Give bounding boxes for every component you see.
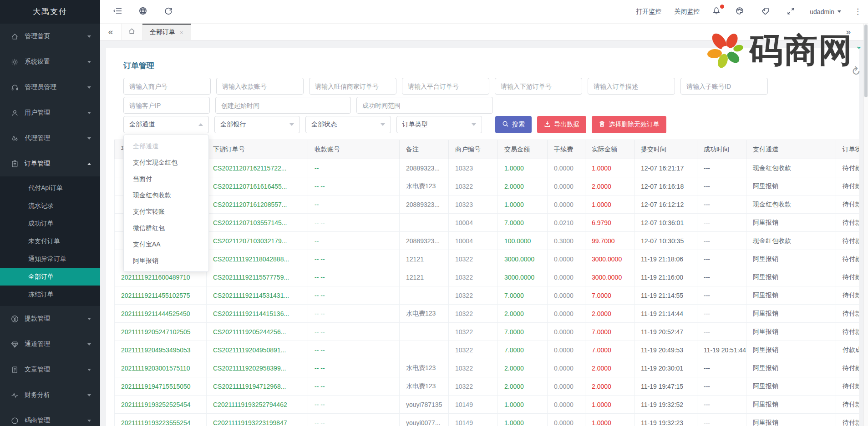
table-cell: 0.0000: [548, 177, 585, 195]
sidebar-item-agent-management[interactable]: 代理管理: [0, 125, 100, 151]
table-row: CS20211207162115722...--20889323...10323…: [115, 159, 859, 177]
search-button[interactable]: 搜索: [495, 116, 532, 133]
table-cell: 11-19 20:52:47: [635, 323, 697, 341]
table-cell: 待付款: [836, 268, 859, 286]
username: udadmin: [810, 8, 834, 15]
dropdown-option[interactable]: 阿里报销: [124, 252, 208, 269]
sidebar-subitem[interactable]: 冻结订单: [0, 286, 100, 303]
dropdown-option[interactable]: 全部通道: [124, 138, 208, 154]
sidebar-item-merchant-management[interactable]: 码商管理: [0, 408, 100, 426]
client-ip-input[interactable]: [123, 97, 210, 114]
sub-account-id-input[interactable]: [680, 78, 768, 95]
tag-icon: [761, 7, 769, 16]
bank-select[interactable]: 全部银行: [214, 116, 300, 133]
sidebar-item-label: 代理管理: [25, 134, 87, 142]
success-time-range-input[interactable]: [356, 97, 493, 114]
dropdown-option[interactable]: 现金红包收款: [124, 187, 208, 203]
home-tab[interactable]: [121, 24, 142, 40]
dropdown-option[interactable]: 当面付: [124, 170, 208, 187]
circle-icon: [11, 417, 19, 425]
table-cell: 11-19 21:14:55: [635, 286, 697, 305]
sidebar-subitem[interactable]: 流水记录: [0, 197, 100, 215]
table-row: CS20211207103032179...--20889323...10004…: [115, 232, 859, 250]
table-cell: 待付款: [836, 214, 859, 232]
collapse-tabs-button[interactable]: «: [100, 24, 121, 40]
table-row: 20211119211444525450CS202111192114415136…: [115, 305, 859, 323]
export-data-button[interactable]: 导出数据: [537, 116, 586, 133]
language-button[interactable]: [137, 5, 149, 18]
chevron-up-icon: [198, 123, 203, 126]
sidebar-item-channel-management[interactable]: 通道管理: [0, 331, 100, 357]
filter-row-3: 全部通道 全部银行 全部状态 订单类型 搜索: [123, 116, 859, 133]
table-cell: 10322: [449, 377, 498, 396]
dropdown-option[interactable]: 支付宝现金红包: [124, 154, 208, 170]
sidebar-item-order-management[interactable]: 订单管理: [0, 151, 100, 176]
column-header: 实际金额: [585, 140, 635, 159]
sidebar-subitem[interactable]: 全部订单: [0, 268, 100, 286]
notifications-button[interactable]: [712, 7, 721, 16]
dropdown-option[interactable]: 支付宝转账: [124, 203, 208, 220]
dropdown-option[interactable]: 微信群红包: [124, 220, 208, 236]
column-header: 成功时间: [697, 140, 746, 159]
order-description-input[interactable]: [588, 78, 675, 95]
sidebar-item-user-management[interactable]: 用户管理: [0, 100, 100, 125]
sidebar-item-admin-management[interactable]: 管理员管理: [0, 75, 100, 100]
table-cell: ---: [697, 305, 746, 323]
table-cell: 0.0000: [548, 305, 585, 323]
delete-invalid-orders-button[interactable]: 选择删除无效订单: [592, 116, 666, 133]
table-cell: -- --: [308, 177, 400, 195]
table-cell: 0.0000: [548, 195, 585, 214]
fullscreen-button[interactable]: [784, 5, 797, 18]
sidebar-subitem[interactable]: 未支付订单: [0, 232, 100, 250]
chevron-down-icon: [472, 123, 476, 126]
payee-account-input[interactable]: [216, 78, 304, 95]
sidebar-item-system-settings[interactable]: 系统设置: [0, 49, 100, 75]
sidebar-item-label: 通道管理: [25, 340, 87, 348]
sidebar-subitem[interactable]: 代付Api订单: [0, 179, 100, 197]
table-cell: 10149: [449, 396, 498, 414]
sidebar-item-finance-analysis[interactable]: 财务分析: [0, 382, 100, 408]
table-cell: 0.3000: [548, 232, 585, 250]
sidebar-item-withdraw-management[interactable]: 提款管理: [0, 306, 100, 331]
download-icon: [544, 120, 551, 129]
create-time-range-input[interactable]: [215, 97, 351, 114]
sidebar-subitem[interactable]: 成功订单: [0, 215, 100, 232]
sidebar-subitem[interactable]: 通知异常订单: [0, 250, 100, 268]
downstream-order-input[interactable]: [495, 78, 582, 95]
open-monitor-link[interactable]: 打开监控: [636, 8, 661, 16]
order-type-select[interactable]: 订单类型: [396, 116, 482, 133]
table-cell: 6.9790: [585, 214, 635, 232]
channel-select[interactable]: 全部通道: [123, 116, 209, 133]
tag-button[interactable]: [759, 5, 772, 18]
scrollbar-thumb[interactable]: [864, 25, 868, 97]
document-icon: [11, 366, 19, 374]
platform-order-input[interactable]: [402, 78, 489, 95]
tab-all-orders[interactable]: 全部订单 ×: [142, 24, 191, 40]
tabs-forward-button[interactable]: »: [846, 24, 851, 40]
status-select-value: 全部状态: [311, 120, 337, 129]
scroll-down-hint-icon[interactable]: ⌄: [856, 41, 862, 51]
status-select[interactable]: 全部状态: [305, 116, 391, 133]
table-cell: ---: [697, 286, 746, 305]
sidebar-item-article-management[interactable]: 文章管理: [0, 357, 100, 382]
refresh-button[interactable]: [162, 5, 175, 18]
more-menu-button[interactable]: ⋮: [854, 7, 862, 16]
close-tab-icon[interactable]: ×: [180, 29, 183, 36]
table-cell: 20889323...: [400, 159, 449, 177]
user-menu[interactable]: udadmin: [810, 8, 841, 15]
sidebar-item-dashboard[interactable]: 管理首页: [0, 24, 100, 49]
table-cell: 待付款: [836, 305, 859, 323]
table-cell: 现金红包收款: [746, 232, 836, 250]
menu-fold-button[interactable]: [111, 5, 124, 18]
table-cell: 2.0000: [585, 177, 635, 195]
table-cell: 待付款: [836, 250, 859, 268]
chevron-down-icon: [87, 343, 91, 346]
theme-button[interactable]: [733, 5, 746, 18]
chevron-down-icon: [87, 86, 91, 89]
close-monitor-link[interactable]: 关闭监控: [674, 8, 700, 16]
column-header: 订单状态: [836, 140, 859, 159]
table-cell: CS20211207161208557...: [207, 195, 308, 214]
wangxin-order-input[interactable]: [309, 78, 396, 95]
dropdown-option[interactable]: 支付宝AA: [124, 236, 208, 252]
merchant-id-input[interactable]: [123, 78, 211, 95]
